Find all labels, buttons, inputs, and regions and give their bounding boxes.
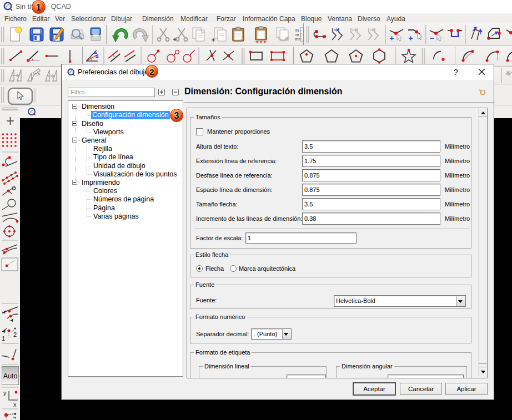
svg-text:1: 1 [2,335,5,342]
svg-text:x: x [13,401,17,408]
svg-text:y: y [3,389,7,396]
svg-text:2: 2 [13,331,17,338]
